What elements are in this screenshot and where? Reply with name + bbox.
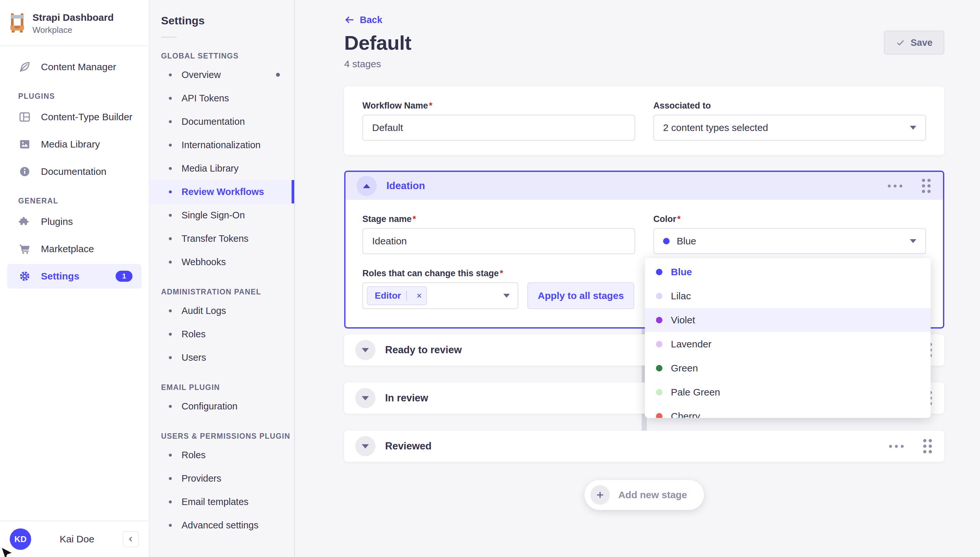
info-icon bbox=[18, 165, 31, 178]
sidebar-item-settings[interactable]: Settings 1 bbox=[7, 264, 141, 288]
triangle-down-icon bbox=[362, 444, 369, 448]
drag-handle-icon[interactable] bbox=[922, 438, 933, 454]
triangle-up-icon bbox=[363, 184, 370, 188]
subnav-item-providers[interactable]: Providers bbox=[149, 467, 294, 490]
more-options-icon[interactable] bbox=[886, 182, 904, 189]
expand-stage-button[interactable] bbox=[355, 388, 375, 408]
roles-multiselect[interactable]: Editor bbox=[362, 282, 518, 309]
apply-to-all-stages-button[interactable]: Apply to all stages bbox=[527, 282, 634, 309]
app-root: Strapi Dashboard Workplace Content Manag… bbox=[0, 0, 980, 557]
subnav-item-users[interactable]: Users bbox=[149, 346, 294, 369]
subnav-item-label: Webhooks bbox=[182, 257, 226, 267]
color-option-lilac[interactable]: Lilac bbox=[645, 284, 931, 308]
associated-to-select[interactable]: 2 content types selected bbox=[653, 115, 926, 141]
add-new-stage-button[interactable]: Add new stage bbox=[584, 480, 704, 510]
subnav-item-transfer-tokens[interactable]: Transfer Tokens bbox=[149, 227, 294, 250]
role-tag-editor: Editor bbox=[367, 286, 427, 305]
subnav-item-label: Documentation bbox=[182, 116, 245, 127]
arrow-left-icon bbox=[344, 14, 355, 25]
stage-name-input[interactable]: Ideation bbox=[362, 228, 635, 254]
stage-title: In review bbox=[385, 392, 428, 404]
workflow-name-input[interactable]: Default bbox=[362, 115, 635, 141]
workflow-form-card: Workflow Name* Default Associated to 2 c… bbox=[344, 86, 944, 155]
chevron-left-icon bbox=[126, 534, 136, 544]
required-asterisk: * bbox=[413, 214, 416, 224]
chevron-down-icon bbox=[910, 239, 916, 243]
stage-name-label: Stage name* bbox=[362, 214, 635, 224]
triangle-down-icon bbox=[362, 348, 369, 352]
collapse-stage-button[interactable] bbox=[357, 176, 377, 196]
subnav-item-webhooks[interactable]: Webhooks bbox=[149, 250, 294, 274]
subnav-item-label: Roles bbox=[182, 450, 206, 461]
subnav-item-single-sign-on[interactable]: Single Sign-On bbox=[149, 204, 294, 227]
color-swatch-cherry bbox=[656, 413, 662, 418]
sidebar-item-content-manager[interactable]: Content Manager bbox=[0, 53, 149, 81]
user-name: Kai Doe bbox=[31, 534, 123, 545]
drag-handle-icon[interactable] bbox=[921, 178, 932, 194]
color-dropdown-popover: Blue Lilac Violet bbox=[645, 258, 931, 418]
color-option-pale-green[interactable]: Pale Green bbox=[645, 380, 931, 404]
subnav-item-label: Audit Logs bbox=[182, 306, 226, 316]
subnav-item-overview[interactable]: Overview bbox=[149, 63, 294, 86]
subnav-item-internationalization[interactable]: Internationalization bbox=[149, 133, 294, 156]
save-button-label: Save bbox=[910, 37, 933, 48]
close-icon bbox=[415, 292, 423, 300]
color-select-value: Blue bbox=[677, 236, 696, 247]
bullet-icon bbox=[169, 500, 172, 503]
bullet-icon bbox=[169, 97, 172, 100]
color-option-lavender[interactable]: Lavender bbox=[645, 332, 931, 356]
subnav-item-advanced-settings[interactable]: Advanced settings bbox=[149, 513, 294, 537]
color-option-label: Lavender bbox=[671, 339, 711, 350]
sidebar-section-general: GENERAL bbox=[0, 194, 149, 208]
subnav-item-review-workflows[interactable]: Review Workflows bbox=[149, 180, 294, 204]
sidebar-item-marketplace[interactable]: Marketplace bbox=[0, 235, 149, 262]
sidebar-item-content-type-builder[interactable]: Content-Type Builder bbox=[0, 103, 149, 130]
expand-stage-button[interactable] bbox=[355, 340, 375, 360]
color-option-green[interactable]: Green bbox=[645, 356, 931, 380]
subnav-item-admin-roles[interactable]: Roles bbox=[149, 322, 294, 346]
color-option-label: Green bbox=[671, 363, 698, 374]
bullet-icon bbox=[169, 405, 172, 408]
color-select[interactable]: Blue bbox=[653, 228, 926, 254]
more-options-icon[interactable] bbox=[887, 443, 905, 450]
sidebar-item-plugins[interactable]: Plugins bbox=[0, 208, 149, 235]
sidebar-item-label: Content-Type Builder bbox=[41, 111, 133, 122]
subnav-item-audit-logs[interactable]: Audit Logs bbox=[149, 299, 294, 322]
expand-stage-button[interactable] bbox=[355, 436, 375, 456]
stage-ideation-header[interactable]: Ideation bbox=[346, 172, 943, 200]
bullet-icon bbox=[169, 237, 172, 240]
color-option-blue[interactable]: Blue bbox=[645, 260, 931, 284]
bullet-icon bbox=[169, 143, 172, 147]
stage-count: 4 stages bbox=[344, 59, 944, 70]
sidebar-user-footer: KD Kai Doe bbox=[0, 521, 149, 557]
back-button[interactable]: Back bbox=[344, 14, 382, 25]
avatar[interactable]: KD bbox=[10, 528, 31, 550]
subnav-item-up-roles[interactable]: Roles bbox=[149, 443, 294, 467]
subnav-item-configuration[interactable]: Configuration bbox=[149, 394, 294, 418]
chevron-down-icon bbox=[910, 126, 916, 130]
remove-tag-button[interactable] bbox=[412, 288, 426, 303]
sidebar-item-documentation[interactable]: Documentation bbox=[0, 158, 149, 185]
associated-to-label: Associated to bbox=[653, 101, 926, 111]
brand-home-link[interactable]: Strapi Dashboard Workplace bbox=[0, 0, 149, 46]
stage-reviewed-card[interactable]: Reviewed bbox=[344, 431, 944, 462]
collapse-sidebar-button[interactable] bbox=[123, 531, 139, 547]
subnav-item-documentation[interactable]: Documentation bbox=[149, 110, 294, 133]
stage-name-field: Stage name* Ideation bbox=[362, 214, 635, 254]
bullet-icon bbox=[169, 120, 172, 123]
subnav-item-api-tokens[interactable]: API Tokens bbox=[149, 86, 294, 110]
sidebar-menu: Content Manager PLUGINS Content-Type Bui… bbox=[0, 46, 149, 288]
sidebar-item-media-library[interactable]: Media Library bbox=[0, 130, 149, 158]
puzzle-icon bbox=[18, 215, 31, 228]
subnav-item-email-templates[interactable]: Email templates bbox=[149, 490, 294, 513]
subnav-item-media-library[interactable]: Media Library bbox=[149, 156, 294, 180]
color-swatch-violet bbox=[656, 317, 662, 323]
color-option-violet[interactable]: Violet bbox=[645, 308, 931, 332]
color-option-cherry[interactable]: Cherry bbox=[645, 404, 931, 418]
color-option-label: Cherry bbox=[671, 411, 700, 418]
stage-title: Ideation bbox=[386, 180, 425, 192]
save-button[interactable]: Save bbox=[884, 31, 944, 55]
bullet-icon bbox=[169, 477, 172, 480]
bullet-icon bbox=[169, 191, 172, 193]
subnav-item-label: Users bbox=[182, 352, 206, 363]
